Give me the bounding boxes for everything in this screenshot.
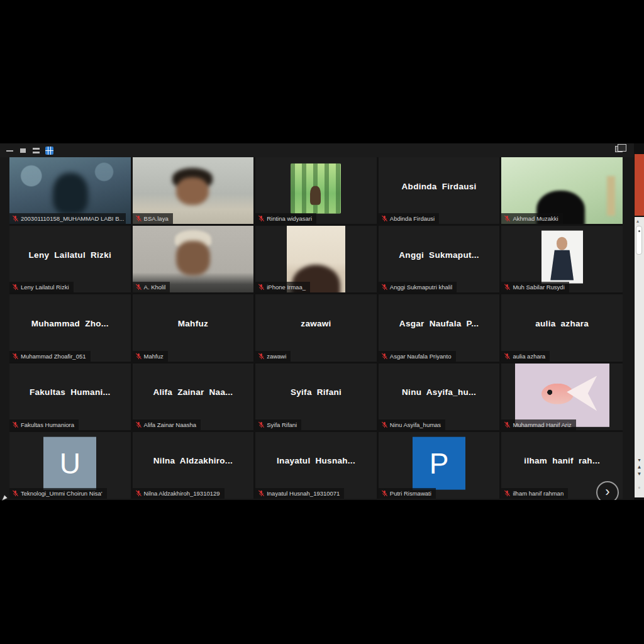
participant-name-label: Muhammad Hanif Ariz: [513, 421, 571, 428]
participant-name-label: iPhone Irmaa_: [267, 284, 306, 291]
participant-name-label: Akhmad Muzakki: [513, 215, 558, 222]
participant-name-label: Inayatul Husnah_19310071: [267, 490, 340, 497]
participant-tile[interactable]: Muh Sabilar Rusydi: [501, 226, 623, 292]
participant-tile[interactable]: PPutri Rismawati: [379, 432, 500, 499]
muted-mic-icon: [258, 353, 265, 360]
participant-display-name: zawawi: [255, 294, 377, 352]
background-window-strip: ▴ ▾▲▼▫: [634, 143, 644, 500]
muted-mic-icon: [12, 215, 19, 222]
participant-name-tag: iPhone Irmaa_: [255, 282, 310, 292]
participant-tile[interactable]: Inayatul Husnah...Inayatul Husnah_193100…: [255, 432, 377, 499]
muted-mic-icon: [135, 421, 142, 428]
participant-name-tag: aulia azhara: [501, 351, 550, 362]
participant-name-tag: zawawi: [255, 351, 291, 362]
participant-tile[interactable]: Anggi Sukmaput...Anggi Sukmaputri khalil: [379, 226, 500, 292]
participant-name-label: Abdinda Firdausi: [390, 215, 435, 222]
muted-mic-icon: [135, 215, 142, 222]
participant-avatar: P: [413, 437, 465, 490]
participant-tile[interactable]: Ninu Asyifa_hu...Ninu Asyifa_humas: [379, 364, 500, 430]
participant-tile[interactable]: Rintina widyasari: [255, 157, 377, 224]
speaker-view-icon[interactable]: [20, 148, 26, 153]
participant-tile[interactable]: Abdinda FirdausiAbdinda Firdausi: [379, 157, 500, 224]
participant-tile[interactable]: A. Kholil: [133, 226, 254, 292]
cascade-windows-icon[interactable]: [615, 146, 623, 152]
participant-tile[interactable]: Fakultas Humani...Fakultas Humaniora: [9, 364, 131, 430]
participant-display-name: Leny Lailatul Rizki: [9, 226, 131, 284]
participant-tile[interactable]: Muhammad Zho...Muhammad Zhoafir_051: [9, 294, 131, 361]
video-grid: 200301110158_MUHAMMAD LABI B...BSA.layaR…: [9, 157, 623, 499]
participant-name-tag: Inayatul Husnah_19310071: [255, 488, 344, 499]
meeting-window: 200301110158_MUHAMMAD LABI B...BSA.layaR…: [0, 143, 634, 500]
scrollbar-thumb[interactable]: [636, 226, 642, 255]
participant-name-tag: Akhmad Muzakki: [501, 213, 562, 224]
minimize-icon[interactable]: [6, 150, 13, 152]
scroll-up-icon[interactable]: ▴: [636, 218, 639, 224]
participant-name-tag: Nilna Aldzakhiroh_19310129: [133, 488, 225, 499]
participant-name-label: Muhammad Zhoafir_051: [21, 353, 86, 360]
screen: 200301110158_MUHAMMAD LABI B...BSA.layaR…: [0, 0, 644, 644]
mouse-cursor: [1, 492, 10, 501]
muted-mic-icon: [381, 490, 388, 497]
participant-name-tag: Ninu Asyifa_humas: [379, 419, 445, 430]
participant-tile[interactable]: iPhone Irmaa_: [255, 226, 377, 292]
participant-tile[interactable]: Akhmad Muzakki: [501, 157, 623, 224]
participant-tile[interactable]: Nilna Aldzakhiro...Nilna Aldzakhiroh_193…: [133, 432, 254, 499]
participant-name-tag: Putri Rismawati: [379, 488, 436, 499]
participant-name-tag: Muhammad Zhoafir_051: [9, 351, 91, 362]
window-titlebar: [0, 143, 634, 157]
list-view-icon[interactable]: [33, 148, 40, 153]
participant-avatar: U: [43, 437, 96, 490]
next-page-button[interactable]: ›: [596, 481, 619, 500]
participant-display-name: Alifa Zainar Naa...: [133, 364, 254, 421]
muted-mic-icon: [381, 284, 388, 291]
participant-name-tag: ilham hanif rahman: [501, 488, 568, 499]
muted-mic-icon: [258, 284, 265, 291]
participant-name-label: Fakultas Humaniora: [21, 421, 74, 428]
participant-display-name: Mahfuz: [133, 294, 254, 352]
toolbar-glyphs: ▾▲▼▫: [636, 457, 643, 491]
participant-name-label: Asgar Naufala Priyanto: [390, 353, 452, 360]
participant-tile[interactable]: MahfuzMahfuz: [133, 294, 254, 361]
gallery-view-icon[interactable]: [45, 147, 53, 155]
participant-name-label: Nilna Aldzakhiroh_19310129: [144, 490, 220, 497]
participant-name-label: BSA.laya: [144, 215, 169, 222]
muted-mic-icon: [12, 284, 19, 291]
participant-name-label: Leny Lailatul Rizki: [21, 284, 69, 291]
participant-name-tag: Teknologi_Ummi Choirun Nisa': [9, 488, 107, 499]
participant-name-label: zawawi: [267, 353, 286, 360]
muted-mic-icon: [504, 421, 511, 428]
participant-tile[interactable]: Syifa RifaniSyifa Rifani: [255, 364, 377, 430]
participant-tile[interactable]: Muhammad Hanif Ariz: [501, 364, 623, 430]
participant-tile[interactable]: Leny Lailatul RizkiLeny Lailatul Rizki: [9, 226, 131, 292]
participant-name-tag: Muh Sabilar Rusydi: [501, 282, 569, 292]
participant-tile[interactable]: Asgar Naufala P...Asgar Naufala Priyanto: [379, 294, 500, 361]
participant-name-label: Putri Rismawati: [390, 490, 431, 497]
participant-name-label: 200301110158_MUHAMMAD LABI B...: [21, 215, 124, 222]
participant-name-label: Alifa Zainar Naasha: [144, 421, 196, 428]
participant-name-tag: Muhammad Hanif Ariz: [501, 419, 575, 430]
participant-name-tag: Leny Lailatul Rizki: [9, 282, 74, 292]
participant-tile[interactable]: aulia azharaaulia azhara: [501, 294, 623, 361]
muted-mic-icon: [381, 353, 388, 360]
participant-display-name: Asgar Naufala P...: [379, 294, 500, 352]
participant-name-tag: Anggi Sukmaputri khalil: [379, 282, 457, 292]
participant-tile[interactable]: Alifa Zainar Naa...Alifa Zainar Naasha: [133, 364, 254, 430]
participant-tile[interactable]: zawawizawawi: [255, 294, 377, 361]
participant-name-label: Rintina widyasari: [267, 215, 312, 222]
muted-mic-icon: [258, 490, 265, 497]
participant-display-name: Inayatul Husnah...: [255, 432, 377, 490]
participant-name-tag: BSA.laya: [133, 213, 173, 224]
participant-name-label: Syifa Rifani: [267, 421, 297, 428]
participant-name-tag: Rintina widyasari: [255, 213, 316, 224]
participant-tile[interactable]: BSA.laya: [133, 157, 254, 224]
participant-name-label: ilham hanif rahman: [513, 490, 564, 497]
muted-mic-icon: [504, 215, 511, 222]
participant-display-name: Fakultas Humani...: [9, 364, 131, 421]
participant-name-tag: Syifa Rifani: [255, 419, 301, 430]
participant-tile[interactable]: 200301110158_MUHAMMAD LABI B...: [9, 157, 131, 224]
participant-display-name: Nilna Aldzakhiro...: [133, 432, 254, 490]
participant-avatar: [515, 364, 609, 427]
muted-mic-icon: [504, 490, 511, 497]
participant-tile[interactable]: UTeknologi_Ummi Choirun Nisa': [9, 432, 131, 499]
participant-display-name: Anggi Sukmaput...: [379, 226, 500, 284]
